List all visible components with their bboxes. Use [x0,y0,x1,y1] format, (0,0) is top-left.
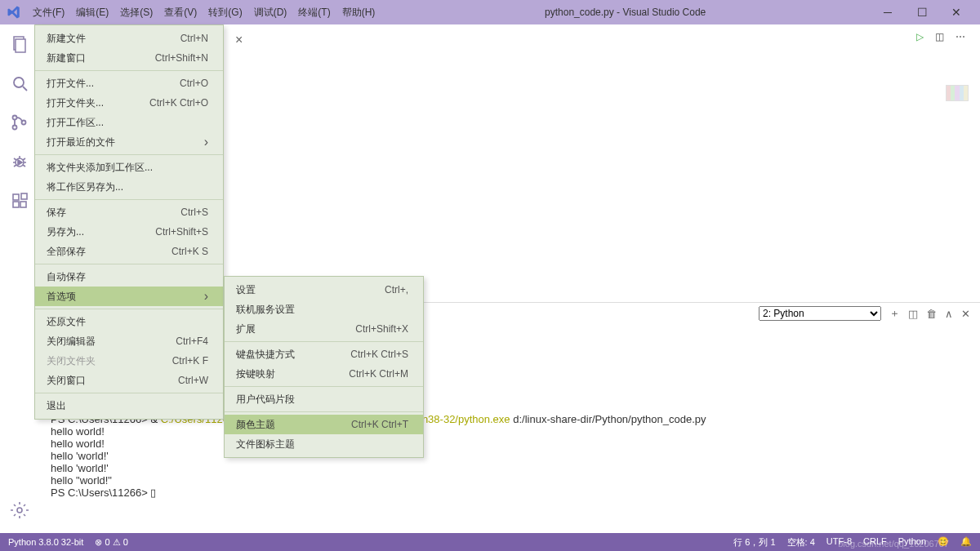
preferences-submenu: 设置Ctrl+,联机服务设置扩展Ctrl+Shift+X键盘快捷方式Ctrl+K… [224,276,424,458]
menu-row[interactable]: 将文件夹添加到工作区... [35,158,223,177]
menu-row[interactable]: 另存为...Ctrl+Shift+S [35,222,223,242]
svg-point-5 [13,126,17,130]
menu-row[interactable]: 打开文件夹...Ctrl+K Ctrl+O [35,93,223,113]
minimize-button[interactable]: ─ [871,0,905,24]
extensions-icon[interactable] [0,181,39,220]
close-button[interactable]: ✕ [939,0,973,24]
search-icon[interactable] [0,64,39,103]
svg-rect-11 [20,202,26,207]
window-title: python_code.py - Visual Studio Code [380,7,871,18]
close-panel-icon[interactable]: ✕ [961,308,970,320]
watermark: blog.csdn.net/qq_16206707 [838,539,949,549]
maximize-button[interactable]: ☐ [905,0,939,24]
menu-item[interactable]: 帮助(H) [337,2,381,23]
new-terminal-icon[interactable]: ＋ [889,306,900,321]
status-python[interactable]: Python 3.8.0 32-bit [8,537,83,547]
menu-row[interactable]: 将工作区另存为... [35,177,223,197]
file-menu-dropdown: 新建文件Ctrl+N新建窗口Ctrl+Shift+N打开文件...Ctrl+O打… [34,24,224,420]
menu-row[interactable]: 打开文件...Ctrl+O [35,73,223,93]
menu-row[interactable]: 新建窗口Ctrl+Shift+N [35,48,223,68]
menu-row[interactable]: 键盘快捷方式Ctrl+K Ctrl+S [225,344,423,364]
menu-item[interactable]: 选择(S) [115,2,158,23]
activity-bar [0,24,39,533]
menu-item[interactable]: 文件(F) [28,2,69,23]
source-control-icon[interactable] [0,103,39,142]
svg-line-3 [23,87,27,91]
menu-row[interactable]: 设置Ctrl+, [225,280,423,300]
split-terminal-icon[interactable]: ◫ [908,308,918,320]
menu-row[interactable]: 关闭窗口Ctrl+W [35,371,223,390]
vscode-logo-icon [7,5,21,20]
menu-row[interactable]: 新建文件Ctrl+N [35,29,223,48]
menu-item[interactable]: 转到(G) [203,2,247,23]
menu-row[interactable]: 联机服务设置 [225,300,423,319]
svg-rect-9 [13,194,19,200]
menu-row[interactable]: 用户代码片段 [225,389,423,409]
menu-item[interactable]: 调试(D) [249,2,292,23]
menu-item[interactable]: 终端(T) [293,2,335,23]
menu-row[interactable]: 打开工作区... [35,113,223,132]
svg-rect-10 [13,202,19,207]
menu-row[interactable]: 打开最近的文件 [35,132,223,152]
menubar: 文件(F)编辑(E)选择(S)查看(V)转到(G)调试(D)终端(T)帮助(H) [28,2,380,23]
explorer-icon[interactable] [0,24,39,64]
status-cursor[interactable]: 行 6，列 1 [733,536,775,549]
chevron-up-icon[interactable]: ∧ [945,308,953,320]
menu-row[interactable]: 还原文件 [35,312,223,331]
status-problems[interactable]: ⊗ 0 ⚠ 0 [95,537,127,548]
more-icon[interactable]: ⋯ [956,31,965,42]
svg-rect-12 [21,193,27,199]
split-editor-icon[interactable]: ◫ [935,31,944,42]
svg-marker-8 [18,160,22,165]
status-bar: Python 3.8.0 32-bit ⊗ 0 ⚠ 0 行 6，列 1 空格: … [0,533,980,551]
menu-row: 关闭文件夹Ctrl+K F [35,351,223,371]
tab-close-icon[interactable]: × [235,33,243,47]
status-indent[interactable]: 空格: 4 [787,536,815,549]
settings-gear-icon[interactable] [0,491,39,530]
svg-point-13 [17,508,22,513]
menu-row[interactable]: 颜色主题Ctrl+K Ctrl+T [225,415,423,434]
menu-row[interactable]: 文件图标主题 [225,434,423,454]
svg-rect-1 [16,39,25,52]
menu-item[interactable]: 编辑(E) [71,2,114,23]
menu-row[interactable]: 保存Ctrl+S [35,202,223,222]
svg-point-2 [14,78,24,87]
kill-terminal-icon[interactable]: 🗑 [926,308,937,320]
menu-row[interactable]: 关闭编辑器Ctrl+F4 [35,331,223,351]
terminal-selector[interactable]: 2: Python [759,306,881,321]
status-bell-icon[interactable]: 🔔 [960,536,972,549]
svg-point-4 [13,116,17,120]
debug-icon[interactable] [0,142,39,181]
menu-row[interactable]: 按键映射Ctrl+K Ctrl+M [225,364,423,384]
menu-row[interactable]: 退出 [35,396,223,415]
menu-row[interactable]: 扩展Ctrl+Shift+X [225,319,423,339]
titlebar: 文件(F)编辑(E)选择(S)查看(V)转到(G)调试(D)终端(T)帮助(H)… [0,0,980,24]
menu-item[interactable]: 查看(V) [159,2,202,23]
menu-row[interactable]: 自动保存 [35,267,223,287]
menu-row[interactable]: 全部保存Ctrl+K S [35,242,223,261]
run-icon[interactable]: ▷ [916,31,924,42]
menu-row[interactable]: 首选项 [35,287,223,306]
